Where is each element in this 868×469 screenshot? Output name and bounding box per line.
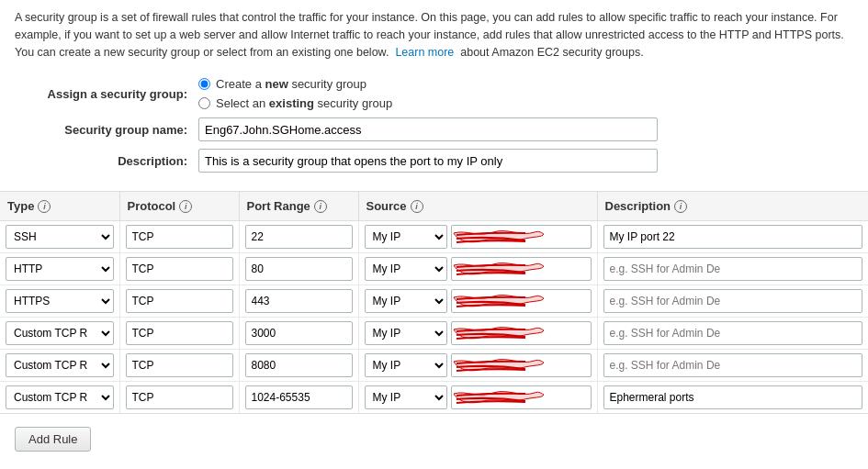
description-cell-1 (597, 253, 868, 285)
description-input-1[interactable] (603, 257, 863, 281)
sg-description-label: Description: (15, 154, 198, 168)
description-input-5[interactable] (603, 385, 863, 409)
description-input-0[interactable] (603, 225, 863, 249)
protocol-input-2 (126, 289, 233, 313)
table-row: HTTPSMy IP (0, 285, 868, 318)
ip-container-2 (451, 289, 592, 313)
type-select-0[interactable]: SSH (6, 225, 114, 249)
table-row: HTTPMy IP (0, 253, 868, 285)
create-new-text: Create a new security group (216, 77, 366, 91)
protocol-input-0 (126, 225, 233, 249)
type-cell-4: Custom TCP R (0, 350, 119, 382)
source-cell-0: My IP (358, 221, 597, 253)
port-info-icon[interactable]: i (314, 200, 327, 213)
learn-more-link[interactable]: Learn more (395, 46, 454, 59)
protocol-input-5 (126, 385, 233, 409)
assign-sg-label: Assign a security group: (15, 87, 198, 101)
type-cell-2: HTTPS (0, 285, 119, 318)
col-header-description: Description i (597, 192, 868, 221)
redact-scribble-5 (452, 386, 591, 408)
description-cell-2 (597, 285, 868, 318)
create-new-radio[interactable] (198, 78, 210, 90)
protocol-cell-1 (119, 253, 239, 285)
protocol-info-icon[interactable]: i (179, 200, 192, 213)
description-input-4[interactable] (603, 353, 863, 377)
protocol-cell-5 (119, 382, 239, 414)
source-info-icon[interactable]: i (411, 200, 423, 213)
description-input-3[interactable] (603, 321, 863, 345)
ip-container-3 (451, 321, 592, 345)
ip-container-0 (451, 225, 592, 249)
rules-table: Type i Protocol i Port Range i (0, 192, 868, 413)
type-cell-5: Custom TCP R (0, 382, 119, 414)
description-cell-5 (597, 382, 868, 414)
source-select-5[interactable]: My IP (365, 385, 447, 409)
protocol-cell-4 (119, 350, 239, 382)
select-existing-option[interactable]: Select an existing security group (198, 96, 392, 110)
port-cell-2 (239, 285, 358, 318)
table-row: SSHMy IP (0, 221, 868, 253)
port-input-5[interactable] (245, 385, 353, 409)
source-select-1[interactable]: My IP (365, 257, 447, 281)
source-cell-2: My IP (358, 285, 597, 318)
col-header-port: Port Range i (239, 192, 358, 221)
select-existing-radio[interactable] (198, 97, 210, 109)
sg-name-input[interactable] (198, 117, 658, 141)
protocol-input-4 (126, 353, 233, 377)
sg-description-input[interactable] (198, 149, 658, 173)
col-header-protocol: Protocol i (119, 192, 239, 221)
select-existing-text: Select an existing security group (216, 96, 392, 110)
sg-name-row: Security group name: (15, 117, 853, 141)
source-select-2[interactable]: My IP (365, 289, 447, 313)
port-input-0[interactable] (245, 225, 353, 249)
create-new-option[interactable]: Create a new security group (198, 77, 392, 91)
protocol-input-1 (126, 257, 233, 281)
ip-container-4 (451, 353, 592, 377)
type-cell-0: SSH (0, 221, 119, 253)
source-cell-5: My IP (358, 382, 597, 414)
port-input-1[interactable] (245, 257, 353, 281)
source-select-0[interactable]: My IP (365, 225, 447, 249)
col-header-type: Type i (0, 192, 119, 221)
type-info-icon[interactable]: i (38, 200, 51, 213)
source-cell-3: My IP (358, 318, 597, 350)
port-input-3[interactable] (245, 321, 353, 345)
sg-description-row: Description: (15, 149, 853, 173)
source-select-4[interactable]: My IP (365, 353, 447, 377)
type-select-1[interactable]: HTTP (6, 257, 114, 281)
ip-container-5 (451, 385, 592, 409)
description-cell-3 (597, 318, 868, 350)
type-cell-3: Custom TCP R (0, 318, 119, 350)
port-cell-1 (239, 253, 358, 285)
table-row: Custom TCP RMy IP (0, 318, 868, 350)
type-select-2[interactable]: HTTPS (6, 289, 114, 313)
port-cell-0 (239, 221, 358, 253)
redact-scribble-3 (452, 322, 591, 344)
type-select-3[interactable]: Custom TCP R (6, 321, 114, 345)
protocol-input-3 (126, 321, 233, 345)
description-info-icon[interactable]: i (674, 200, 687, 213)
source-cell-4: My IP (358, 350, 597, 382)
col-header-source: Source i (358, 192, 597, 221)
add-rule-section: Add Rule (0, 418, 868, 461)
table-header-row: Type i Protocol i Port Range i (0, 192, 868, 221)
assign-sg-row: Assign a security group: Create a new se… (15, 77, 853, 110)
source-select-3[interactable]: My IP (365, 321, 447, 345)
description-input-2[interactable] (603, 289, 863, 313)
port-cell-4 (239, 350, 358, 382)
type-select-4[interactable]: Custom TCP R (6, 353, 114, 377)
port-input-4[interactable] (245, 353, 353, 377)
add-rule-button[interactable]: Add Rule (15, 427, 91, 452)
page-description: A security group is a set of firewall ru… (0, 0, 868, 70)
description-cell-4 (597, 350, 868, 382)
port-input-2[interactable] (245, 289, 353, 313)
type-cell-1: HTTP (0, 253, 119, 285)
protocol-cell-0 (119, 221, 239, 253)
rules-table-section: Type i Protocol i Port Range i (0, 191, 868, 414)
description-cell-0 (597, 221, 868, 253)
security-group-form: Assign a security group: Create a new se… (0, 70, 868, 187)
redact-scribble-0 (452, 226, 591, 248)
type-select-5[interactable]: Custom TCP R (6, 385, 114, 409)
table-row: Custom TCP RMy IP (0, 350, 868, 382)
port-cell-5 (239, 382, 358, 414)
